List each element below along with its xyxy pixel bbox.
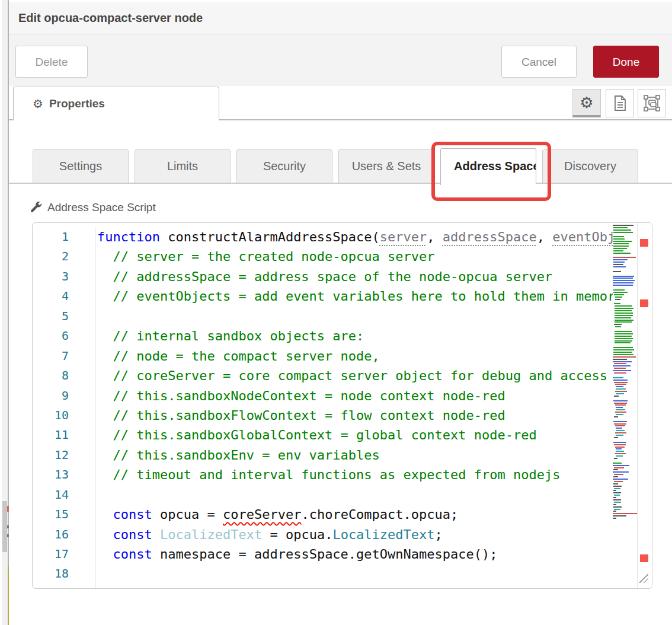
tab-settings[interactable]: Settings	[33, 149, 129, 183]
tab-label: Users & Sets	[352, 160, 421, 173]
code-line[interactable]: // this.sandboxFlowContext = flow contex…	[97, 406, 613, 425]
line-number: 8	[33, 366, 69, 385]
error-marker	[640, 299, 648, 307]
address-space-script-editor[interactable]: 12345678910111213141516171819 function c…	[32, 222, 652, 589]
node-appearance-button[interactable]	[638, 89, 666, 117]
tab-label: Address Space	[454, 160, 536, 173]
wrench-icon	[30, 201, 43, 214]
line-number: 3	[33, 267, 69, 286]
appearance-frame-icon	[644, 95, 660, 111]
dialog-title: Edit opcua-compact-server node	[9, 2, 672, 34]
cancel-button[interactable]: Cancel	[501, 46, 577, 78]
tab-security[interactable]: Security	[236, 149, 332, 183]
line-number: 2	[33, 247, 69, 266]
gear-icon: ⚙	[33, 97, 43, 111]
properties-tab-bar: ⚙ Properties ⚙	[9, 86, 672, 120]
tab-label: Discovery	[564, 160, 616, 173]
line-number: 1	[33, 227, 69, 247]
code-line[interactable]	[97, 564, 613, 583]
tab-label: Settings	[59, 160, 102, 173]
tab-users-sets[interactable]: Users & Sets	[338, 149, 434, 183]
line-number: 11	[33, 425, 69, 445]
code-line[interactable]: // server = the created node-opcua serve…	[97, 247, 613, 266]
line-number: 12	[33, 445, 69, 465]
edge-marker-olive	[8, 566, 9, 625]
code-line[interactable]: const Variant = opcua.Variant;	[97, 584, 613, 588]
gear-icon: ⚙	[580, 95, 593, 110]
section-label: Address Space Script	[47, 201, 156, 214]
done-button[interactable]: Done	[593, 46, 659, 78]
code-line[interactable]: const LocalizedText = opcua.LocalizedTex…	[97, 525, 613, 544]
code-line[interactable]	[97, 307, 613, 326]
line-number: 15	[33, 505, 69, 524]
line-number: 6	[33, 326, 69, 346]
tab-discovery[interactable]: Discovery	[542, 149, 638, 183]
tab-address-space[interactable]: Address Space	[440, 148, 536, 185]
minimap[interactable]	[613, 225, 637, 586]
section-header: Address Space Script	[30, 200, 156, 215]
line-number: 14	[33, 485, 69, 505]
code-line[interactable]	[97, 485, 613, 505]
editor-code[interactable]: function constructAlarmAddressSpace(serv…	[97, 227, 613, 588]
line-number: 18	[33, 564, 69, 583]
delete-button[interactable]: Delete	[15, 46, 88, 78]
node-description-button[interactable]	[606, 89, 634, 117]
dialog-header: Edit opcua-compact-server node	[9, 2, 672, 34]
code-line[interactable]: // internal sandbox objects are:	[97, 326, 613, 346]
edge-marker-orange	[7, 506, 9, 512]
code-line[interactable]: // this.sandboxEnv = env variables	[97, 445, 613, 465]
edge-marker-dark	[7, 525, 9, 528]
code-line[interactable]: const opcua = coreServer.choreCompact.op…	[97, 505, 613, 524]
dialog-button-bar: Delete Cancel Done	[9, 34, 672, 86]
error-marker	[640, 554, 648, 562]
tab-label: Limits	[167, 160, 198, 173]
code-line[interactable]: // addressSpace = address space of the n…	[97, 267, 613, 286]
code-line[interactable]: function constructAlarmAddressSpace(serv…	[97, 227, 613, 247]
code-line[interactable]: // eventObjects = add event variables he…	[97, 286, 613, 306]
edge-marker-dark	[7, 534, 9, 537]
line-number: 19	[33, 584, 69, 589]
editor-gutter: 12345678910111213141516171819	[33, 227, 96, 589]
code-line[interactable]: const namespace = addressSpace.getOwnNam…	[97, 544, 613, 564]
tab-limits[interactable]: Limits	[135, 149, 231, 183]
line-number: 9	[33, 386, 69, 406]
line-number: 13	[33, 465, 69, 484]
code-line[interactable]: // this.sandboxNodeContext = node contex…	[97, 386, 613, 406]
properties-tab-label: Properties	[49, 97, 105, 110]
code-line[interactable]: // coreServer = core compact server obje…	[97, 366, 613, 385]
code-line[interactable]: // this.sandboxGlobalContext = global co…	[97, 425, 613, 445]
line-number: 17	[33, 544, 69, 564]
node-properties-button[interactable]: ⚙	[572, 89, 601, 117]
left-scrollbar-thumb[interactable]	[2, 501, 7, 552]
edit-node-dialog: Edit opcua-compact-server node Delete Ca…	[0, 0, 672, 625]
overview-ruler[interactable]	[637, 223, 652, 588]
line-number: 10	[33, 406, 69, 425]
line-number: 4	[33, 286, 69, 306]
code-line[interactable]: // timeout and interval functions as exp…	[97, 465, 613, 484]
error-marker	[640, 239, 648, 247]
code-line[interactable]: // node = the compact server node,	[97, 346, 613, 366]
tab-properties[interactable]: ⚙ Properties	[13, 87, 219, 120]
document-icon	[613, 95, 627, 111]
line-number: 7	[33, 346, 69, 366]
line-number: 16	[33, 525, 69, 544]
line-number: 5	[33, 307, 69, 326]
tab-strip: SettingsLimitsSecurityUsers & SetsAddres…	[33, 149, 638, 183]
tab-label: Security	[263, 160, 306, 173]
